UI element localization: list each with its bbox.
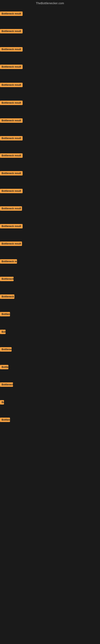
bottleneck-badge-container-3: Bottleneck result [0, 47, 23, 52]
bottleneck-badge-18[interactable]: Bottleneck result [0, 312, 10, 316]
bottleneck-badge-container-14: Bottleneck result [0, 242, 22, 247]
bottleneck-badge-container-7: Bottleneck result [0, 118, 23, 124]
bottleneck-badge-5[interactable]: Bottleneck result [0, 83, 23, 87]
bottleneck-badge-1[interactable]: Bottleneck result [0, 12, 23, 16]
bottleneck-badge-container-18: Bottleneck result [0, 312, 10, 317]
bottleneck-badge-container-1: Bottleneck result [0, 12, 23, 17]
bottleneck-badge-10[interactable]: Bottleneck result [0, 171, 23, 176]
bottleneck-badge-7[interactable]: Bottleneck result [0, 118, 23, 123]
bottleneck-badge-6[interactable]: Bottleneck result [0, 100, 23, 105]
bottleneck-badge-3[interactable]: Bottleneck result [0, 47, 23, 52]
bottleneck-badge-20[interactable]: Bottleneck result [0, 347, 12, 352]
bottleneck-badge-container-19: Bottleneck result [0, 330, 6, 335]
bottleneck-badge-24[interactable]: Bottleneck result [0, 418, 10, 422]
bottleneck-badge-container-4: Bottleneck result [0, 64, 23, 70]
bottleneck-badge-14[interactable]: Bottleneck result [0, 242, 22, 246]
bottleneck-badge-container-10: Bottleneck result [0, 171, 23, 176]
bottleneck-badge-12[interactable]: Bottleneck result [0, 206, 22, 211]
bottleneck-badge-container-9: Bottleneck result [0, 153, 23, 158]
bottleneck-badge-9[interactable]: Bottleneck result [0, 153, 23, 158]
bottleneck-badge-container-6: Bottleneck result [0, 100, 23, 106]
bottleneck-badge-container-16: Bottleneck result [0, 277, 14, 282]
bottleneck-badge-13[interactable]: Bottleneck result [0, 224, 23, 228]
bottleneck-badge-container-22: Bottleneck result [0, 382, 13, 388]
bottleneck-badge-22[interactable]: Bottleneck result [0, 382, 13, 387]
bottleneck-badge-2[interactable]: Bottleneck result [0, 29, 23, 34]
bottleneck-badge-container-2: Bottleneck result [0, 29, 23, 34]
bottleneck-badge-container-23: Bottleneck result [0, 400, 4, 405]
bottleneck-badge-15[interactable]: Bottleneck result [0, 259, 17, 264]
bottleneck-badge-21[interactable]: Bottleneck result [0, 365, 8, 369]
bottleneck-badge-container-5: Bottleneck result [0, 83, 23, 88]
bottleneck-badge-8[interactable]: Bottleneck result [0, 136, 23, 140]
site-title: TheBottlenecker.com [0, 0, 100, 6]
bottleneck-badge-container-24: Bottleneck result [0, 418, 10, 423]
bottleneck-badge-container-11: Bottleneck result [0, 189, 23, 194]
bottleneck-badge-container-17: Bottleneck result [0, 294, 14, 300]
bottleneck-badge-container-13: Bottleneck result [0, 224, 23, 229]
bottleneck-badge-17[interactable]: Bottleneck result [0, 294, 14, 299]
bottleneck-badge-container-12: Bottleneck result [0, 206, 22, 212]
bottleneck-badge-16[interactable]: Bottleneck result [0, 277, 14, 281]
bottleneck-badge-19[interactable]: Bottleneck result [0, 330, 6, 334]
bottleneck-badge-container-15: Bottleneck result [0, 259, 17, 264]
bottleneck-badge-container-8: Bottleneck result [0, 136, 23, 141]
bottleneck-badge-container-21: Bottleneck result [0, 365, 8, 370]
bottleneck-badge-container-20: Bottleneck result [0, 347, 12, 352]
bottleneck-badge-23[interactable]: Bottleneck result [0, 400, 4, 404]
bottleneck-badge-11[interactable]: Bottleneck result [0, 189, 23, 193]
bottleneck-badge-4[interactable]: Bottleneck result [0, 64, 23, 69]
